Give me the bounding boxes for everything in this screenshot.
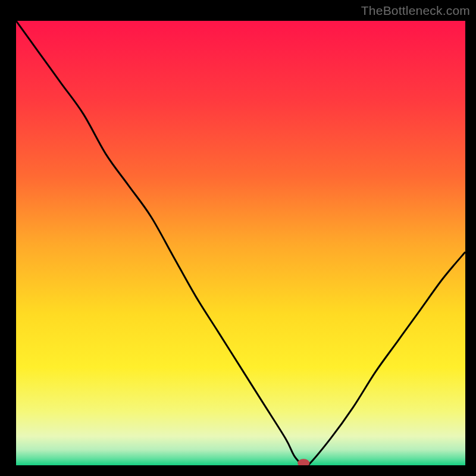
- plot-area: [16, 21, 465, 465]
- chart-container: TheBottleneck.com: [0, 0, 476, 476]
- chart-background: [16, 21, 465, 465]
- chart-svg: [16, 21, 465, 465]
- watermark-label: TheBottleneck.com: [361, 4, 470, 18]
